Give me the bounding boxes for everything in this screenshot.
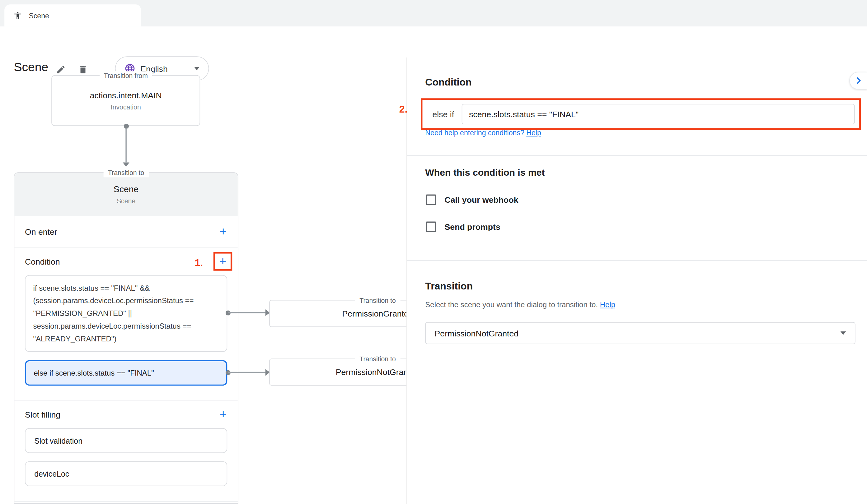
slot-filling-row: Slot filling +	[14, 401, 238, 428]
page-title: Scene	[14, 60, 48, 75]
annotation-step-1: 1.	[194, 258, 203, 269]
transition-scene-select[interactable]: PermissionNotGranted	[425, 322, 855, 344]
transition-from-node[interactable]: Transition from actions.intent.MAIN Invo…	[51, 75, 200, 126]
condition-keyword[interactable]: else if	[432, 109, 454, 119]
checkbox-icon[interactable]	[426, 221, 436, 232]
slot-item-deviceloc[interactable]: deviceLoc	[25, 461, 227, 486]
condition-detail-panel: Condition else if Need help entering con…	[406, 57, 867, 504]
transition-scene-value: PermissionNotGranted	[435, 328, 519, 338]
arrow-down-icon	[122, 162, 129, 167]
transition-description-text: Select the scene you want the dialog to …	[425, 301, 598, 309]
pencil-icon	[56, 65, 66, 75]
target-legend: Transition to	[355, 355, 400, 363]
call-webhook-label: Call your webhook	[445, 195, 518, 204]
tab-label: Scene	[29, 11, 49, 20]
connector-line	[228, 312, 266, 314]
divider	[407, 260, 867, 261]
divider	[14, 501, 238, 502]
trash-icon	[78, 65, 88, 75]
scene-card-title: Scene	[114, 184, 139, 194]
chevron-down-icon	[194, 67, 200, 70]
annotation-highlight-box-1: +	[214, 252, 232, 271]
add-condition-button[interactable]: +	[220, 255, 226, 267]
send-prompts-label: Send prompts	[445, 222, 500, 231]
scene-card-legend: Transition to	[104, 168, 149, 177]
scene-card: Transition to Scene Scene On enter + Con…	[14, 172, 238, 504]
scene-card-subtitle: Scene	[117, 197, 135, 205]
add-on-enter-button[interactable]: +	[220, 226, 227, 238]
scene-card-header[interactable]: Scene Scene	[14, 173, 238, 216]
target-legend: Transition to	[355, 296, 400, 305]
slot-item-validation[interactable]: Slot validation	[25, 428, 227, 453]
transition-from-legend: Transition from	[99, 71, 152, 80]
app-header: Scene English Cancel Save	[0, 26, 867, 57]
condition-section-row: Condition +	[14, 248, 238, 275]
transition-heading: Transition	[425, 281, 473, 292]
condition-help-line: Need help entering conditions? Help	[425, 129, 541, 137]
checkbox-icon[interactable]	[426, 194, 436, 205]
when-met-heading: When this condition is met	[425, 167, 545, 178]
intent-name: actions.intent.MAIN	[90, 90, 162, 100]
intent-subtitle: Invocation	[111, 103, 141, 111]
collapse-panel-button[interactable]	[849, 72, 867, 89]
divider	[407, 155, 867, 156]
on-enter-label: On enter	[25, 227, 57, 236]
call-webhook-option[interactable]: Call your webhook	[426, 194, 518, 205]
edit-scene-button[interactable]	[54, 63, 67, 76]
dropdown-caret-icon	[841, 331, 846, 335]
tab-bar: Scene	[0, 0, 867, 26]
person-icon	[13, 11, 22, 20]
chevron-right-icon	[853, 75, 864, 86]
condition-help-text: Need help entering conditions?	[425, 129, 524, 137]
transition-help-link[interactable]: Help	[600, 301, 615, 309]
connector-line	[126, 128, 127, 162]
send-prompts-option[interactable]: Send prompts	[426, 221, 500, 232]
condition-help-link[interactable]: Help	[526, 129, 541, 137]
condition-item-1[interactable]: if scene.slots.status == "FINAL" && (ses…	[25, 275, 227, 352]
add-slot-button[interactable]: +	[220, 408, 227, 420]
condition-expression-input[interactable]	[462, 104, 855, 124]
annotation-step-2: 2.	[399, 104, 408, 116]
condition-item-2-selected[interactable]: else if scene.slots.status == "FINAL"	[25, 360, 227, 385]
condition-section-label: Condition	[25, 256, 60, 266]
on-enter-row: On enter +	[14, 216, 238, 247]
connector-line	[228, 372, 266, 373]
target-name: PermissionGranted	[342, 309, 413, 318]
tab-scene[interactable]: Scene	[4, 4, 141, 26]
delete-scene-button[interactable]	[76, 63, 90, 76]
scale-wrapper: Scene Scene English Cancel Save Transiti…	[0, 0, 867, 504]
actions-console-scene-editor: Scene Scene English Cancel Save Transiti…	[0, 0, 867, 504]
panel-condition-heading: Condition	[425, 77, 471, 88]
slot-filling-label: Slot filling	[25, 409, 60, 419]
annotation-highlight-box-2: else if	[421, 98, 861, 130]
transition-description: Select the scene you want the dialog to …	[425, 301, 615, 309]
